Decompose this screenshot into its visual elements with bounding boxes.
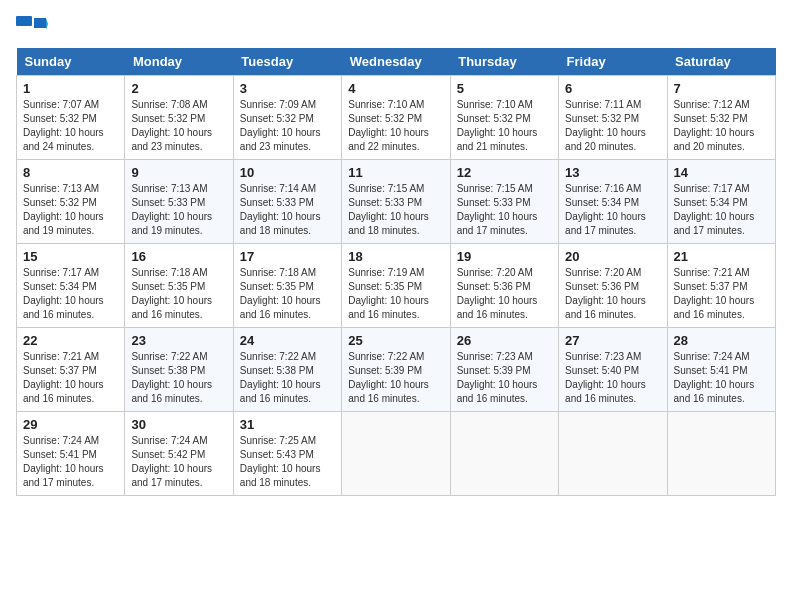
calendar-week-row: 22 Sunrise: 7:21 AMSunset: 5:37 PMDaylig…: [17, 328, 776, 412]
day-number: 8: [23, 165, 118, 180]
day-number: 23: [131, 333, 226, 348]
day-info: Sunrise: 7:14 AMSunset: 5:33 PMDaylight:…: [240, 183, 321, 236]
day-info: Sunrise: 7:23 AMSunset: 5:40 PMDaylight:…: [565, 351, 646, 404]
day-info: Sunrise: 7:25 AMSunset: 5:43 PMDaylight:…: [240, 435, 321, 488]
day-number: 10: [240, 165, 335, 180]
day-info: Sunrise: 7:23 AMSunset: 5:39 PMDaylight:…: [457, 351, 538, 404]
calendar-cell: 17 Sunrise: 7:18 AMSunset: 5:35 PMDaylig…: [233, 244, 341, 328]
calendar-cell: 24 Sunrise: 7:22 AMSunset: 5:38 PMDaylig…: [233, 328, 341, 412]
calendar-cell: 25 Sunrise: 7:22 AMSunset: 5:39 PMDaylig…: [342, 328, 450, 412]
day-number: 24: [240, 333, 335, 348]
calendar-cell: [342, 412, 450, 496]
calendar-cell: [559, 412, 667, 496]
day-info: Sunrise: 7:24 AMSunset: 5:42 PMDaylight:…: [131, 435, 212, 488]
day-number: 20: [565, 249, 660, 264]
day-number: 22: [23, 333, 118, 348]
day-info: Sunrise: 7:17 AMSunset: 5:34 PMDaylight:…: [23, 267, 104, 320]
calendar-cell: 12 Sunrise: 7:15 AMSunset: 5:33 PMDaylig…: [450, 160, 558, 244]
calendar-cell: 30 Sunrise: 7:24 AMSunset: 5:42 PMDaylig…: [125, 412, 233, 496]
day-info: Sunrise: 7:12 AMSunset: 5:32 PMDaylight:…: [674, 99, 755, 152]
weekday-header-tuesday: Tuesday: [233, 48, 341, 76]
weekday-header-wednesday: Wednesday: [342, 48, 450, 76]
calendar-table: SundayMondayTuesdayWednesdayThursdayFrid…: [16, 48, 776, 496]
calendar-cell: 1 Sunrise: 7:07 AMSunset: 5:32 PMDayligh…: [17, 76, 125, 160]
day-info: Sunrise: 7:11 AMSunset: 5:32 PMDaylight:…: [565, 99, 646, 152]
day-info: Sunrise: 7:16 AMSunset: 5:34 PMDaylight:…: [565, 183, 646, 236]
day-info: Sunrise: 7:22 AMSunset: 5:39 PMDaylight:…: [348, 351, 429, 404]
day-number: 16: [131, 249, 226, 264]
day-info: Sunrise: 7:13 AMSunset: 5:32 PMDaylight:…: [23, 183, 104, 236]
calendar-cell: 6 Sunrise: 7:11 AMSunset: 5:32 PMDayligh…: [559, 76, 667, 160]
day-info: Sunrise: 7:18 AMSunset: 5:35 PMDaylight:…: [131, 267, 212, 320]
day-number: 30: [131, 417, 226, 432]
weekday-header-sunday: Sunday: [17, 48, 125, 76]
day-info: Sunrise: 7:19 AMSunset: 5:35 PMDaylight:…: [348, 267, 429, 320]
day-number: 12: [457, 165, 552, 180]
calendar-cell: [450, 412, 558, 496]
calendar-cell: 21 Sunrise: 7:21 AMSunset: 5:37 PMDaylig…: [667, 244, 775, 328]
weekday-header-thursday: Thursday: [450, 48, 558, 76]
calendar-cell: 5 Sunrise: 7:10 AMSunset: 5:32 PMDayligh…: [450, 76, 558, 160]
day-number: 19: [457, 249, 552, 264]
day-number: 1: [23, 81, 118, 96]
day-number: 4: [348, 81, 443, 96]
day-info: Sunrise: 7:10 AMSunset: 5:32 PMDaylight:…: [457, 99, 538, 152]
day-info: Sunrise: 7:21 AMSunset: 5:37 PMDaylight:…: [674, 267, 755, 320]
calendar-week-row: 1 Sunrise: 7:07 AMSunset: 5:32 PMDayligh…: [17, 76, 776, 160]
calendar-cell: 23 Sunrise: 7:22 AMSunset: 5:38 PMDaylig…: [125, 328, 233, 412]
day-info: Sunrise: 7:13 AMSunset: 5:33 PMDaylight:…: [131, 183, 212, 236]
day-number: 13: [565, 165, 660, 180]
day-number: 11: [348, 165, 443, 180]
calendar-cell: 18 Sunrise: 7:19 AMSunset: 5:35 PMDaylig…: [342, 244, 450, 328]
day-info: Sunrise: 7:15 AMSunset: 5:33 PMDaylight:…: [457, 183, 538, 236]
day-info: Sunrise: 7:07 AMSunset: 5:32 PMDaylight:…: [23, 99, 104, 152]
calendar-cell: 28 Sunrise: 7:24 AMSunset: 5:41 PMDaylig…: [667, 328, 775, 412]
calendar-week-row: 8 Sunrise: 7:13 AMSunset: 5:32 PMDayligh…: [17, 160, 776, 244]
calendar-cell: 7 Sunrise: 7:12 AMSunset: 5:32 PMDayligh…: [667, 76, 775, 160]
calendar-cell: 8 Sunrise: 7:13 AMSunset: 5:32 PMDayligh…: [17, 160, 125, 244]
calendar-cell: 16 Sunrise: 7:18 AMSunset: 5:35 PMDaylig…: [125, 244, 233, 328]
day-number: 9: [131, 165, 226, 180]
day-number: 14: [674, 165, 769, 180]
day-number: 7: [674, 81, 769, 96]
day-info: Sunrise: 7:20 AMSunset: 5:36 PMDaylight:…: [565, 267, 646, 320]
day-info: Sunrise: 7:10 AMSunset: 5:32 PMDaylight:…: [348, 99, 429, 152]
calendar-cell: 11 Sunrise: 7:15 AMSunset: 5:33 PMDaylig…: [342, 160, 450, 244]
day-number: 28: [674, 333, 769, 348]
calendar-cell: 27 Sunrise: 7:23 AMSunset: 5:40 PMDaylig…: [559, 328, 667, 412]
day-info: Sunrise: 7:08 AMSunset: 5:32 PMDaylight:…: [131, 99, 212, 152]
calendar-cell: 10 Sunrise: 7:14 AMSunset: 5:33 PMDaylig…: [233, 160, 341, 244]
header: [16, 16, 776, 38]
weekday-header-row: SundayMondayTuesdayWednesdayThursdayFrid…: [17, 48, 776, 76]
day-number: 2: [131, 81, 226, 96]
calendar-cell: 2 Sunrise: 7:08 AMSunset: 5:32 PMDayligh…: [125, 76, 233, 160]
day-number: 21: [674, 249, 769, 264]
day-number: 26: [457, 333, 552, 348]
day-info: Sunrise: 7:24 AMSunset: 5:41 PMDaylight:…: [674, 351, 755, 404]
calendar-cell: 14 Sunrise: 7:17 AMSunset: 5:34 PMDaylig…: [667, 160, 775, 244]
logo: [16, 16, 52, 38]
day-number: 15: [23, 249, 118, 264]
weekday-header-friday: Friday: [559, 48, 667, 76]
calendar-cell: 22 Sunrise: 7:21 AMSunset: 5:37 PMDaylig…: [17, 328, 125, 412]
day-info: Sunrise: 7:09 AMSunset: 5:32 PMDaylight:…: [240, 99, 321, 152]
calendar-cell: 15 Sunrise: 7:17 AMSunset: 5:34 PMDaylig…: [17, 244, 125, 328]
day-number: 6: [565, 81, 660, 96]
day-number: 3: [240, 81, 335, 96]
calendar-cell: 4 Sunrise: 7:10 AMSunset: 5:32 PMDayligh…: [342, 76, 450, 160]
day-number: 31: [240, 417, 335, 432]
weekday-header-monday: Monday: [125, 48, 233, 76]
day-number: 5: [457, 81, 552, 96]
calendar-cell: 20 Sunrise: 7:20 AMSunset: 5:36 PMDaylig…: [559, 244, 667, 328]
day-info: Sunrise: 7:17 AMSunset: 5:34 PMDaylight:…: [674, 183, 755, 236]
calendar-cell: 13 Sunrise: 7:16 AMSunset: 5:34 PMDaylig…: [559, 160, 667, 244]
day-info: Sunrise: 7:21 AMSunset: 5:37 PMDaylight:…: [23, 351, 104, 404]
weekday-header-saturday: Saturday: [667, 48, 775, 76]
day-number: 29: [23, 417, 118, 432]
day-info: Sunrise: 7:22 AMSunset: 5:38 PMDaylight:…: [131, 351, 212, 404]
svg-rect-3: [16, 16, 32, 26]
day-number: 25: [348, 333, 443, 348]
calendar-cell: [667, 412, 775, 496]
day-number: 18: [348, 249, 443, 264]
svg-marker-1: [34, 18, 46, 28]
